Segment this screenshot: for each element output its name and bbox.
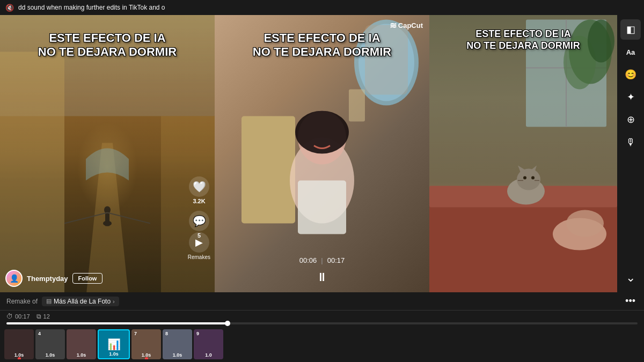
timeline-clip-1[interactable]: 1.0s [4, 329, 34, 359]
clip-3-duration: 1.0s [77, 352, 86, 358]
bottom-bar: Remake of ▤ Más Allá de La Foto › ••• ⏱ … [0, 292, 644, 362]
left-video-title: ESTE EFECTO DE IA NO TE DEJARA DORMIR [0, 31, 215, 60]
current-time: 00:06 [299, 256, 317, 264]
clips-count: 12 [43, 313, 50, 320]
sidebar-mic-button[interactable]: 🎙 [620, 132, 641, 152]
clip-5-number: 7 [134, 331, 137, 336]
right-video-title: ESTE EFECTO DE IA NO TE DEJARA DORMIR [429, 28, 617, 51]
timeline: 1.0s 4 1.0s 1.0s 📊 1.0s 7 1.0s 8 1.0s [0, 327, 644, 362]
timeline-clip-3[interactable]: 1.0s [67, 329, 96, 359]
svg-point-28 [566, 210, 604, 237]
top-bar: 🔇 dd sound when making further edits in … [0, 0, 644, 15]
remakes-icon: ▶ [189, 232, 209, 253]
capcut-text: CapCut [398, 21, 423, 29]
left-video-panel: ESTE EFECTO DE IA NO TE DEJARA DORMIR 🤍 … [0, 15, 215, 292]
svg-point-30 [517, 169, 540, 190]
more-options-button[interactable]: ••• [623, 295, 638, 307]
center-video-panel: ≋ CapCut ESTE EFECTO DE IA NO TE DEJARA … [215, 15, 429, 292]
svg-rect-11 [241, 116, 295, 224]
svg-point-33 [523, 176, 526, 180]
clip-2-duration: 1.0s [46, 352, 55, 358]
bottom-info-row: ⏱ 00:17 ⧉ 12 [0, 311, 644, 322]
svg-rect-1 [0, 52, 64, 293]
sidebar-effects-button[interactable]: ✦ [620, 87, 641, 107]
timeline-clip-2[interactable]: 4 1.0s [35, 329, 65, 359]
center-video: ≋ CapCut ESTE EFECTO DE IA NO TE DEJARA … [215, 15, 429, 292]
sidebar-panel-toggle[interactable]: ◧ [620, 19, 641, 40]
username: Themptyday [27, 275, 68, 283]
timeline-clip-6[interactable]: 8 1.0s [163, 329, 192, 359]
main-area: ESTE EFECTO DE IA NO TE DEJARA DORMIR 🤍 … [0, 15, 644, 292]
avatar[interactable]: 👤 [5, 270, 23, 287]
clip-7-number: 9 [196, 331, 199, 336]
svg-point-14 [295, 111, 349, 154]
comment-icon: 💬 [189, 211, 209, 231]
play-pause-button[interactable]: ⏸ [312, 268, 332, 287]
svg-point-5 [104, 206, 111, 214]
sidebar-chevron-down[interactable]: ⌄ [620, 268, 641, 288]
action-buttons: 🤍 3.2K 💬 5 [189, 176, 209, 239]
remake-of-label: Remake of [6, 298, 38, 305]
scrubber-thumb[interactable] [225, 321, 230, 326]
clip-5-dot [145, 357, 148, 359]
follow-button[interactable]: Follow [72, 273, 103, 284]
svg-rect-15 [298, 181, 346, 234]
timeline-clip-7[interactable]: 9 1.0 [194, 329, 223, 359]
svg-rect-16 [349, 90, 365, 122]
sidebar-emoji-button[interactable]: 😊 [620, 64, 641, 85]
scrubber-bar[interactable] [6, 322, 638, 324]
clip-4-duration: 1.0s [109, 351, 119, 357]
center-video-title: ESTE EFECTO DE IA NO TE DEJARA DORMIR [215, 31, 429, 60]
time-separator: | [321, 256, 323, 264]
time-row: 00:06 | 00:17 [299, 256, 345, 264]
svg-rect-4 [105, 213, 109, 226]
clip-2-number: 4 [38, 331, 41, 336]
template-icon: ▤ [46, 298, 52, 305]
clip-6-duration: 1.0s [173, 352, 182, 358]
bottom-top-row: Remake of ▤ Más Allá de La Foto › ••• [0, 292, 644, 311]
clip-1-dot [18, 357, 21, 359]
svg-point-34 [531, 176, 535, 180]
remakes-label: Remakes [188, 254, 210, 260]
clock-icon: ⏱ [6, 313, 13, 320]
template-name-text: Más Allá de La Foto [54, 298, 111, 305]
sidebar-font-button[interactable]: Aa [620, 42, 641, 62]
top-bar-text: dd sound when making further edits in Ti… [18, 4, 639, 11]
chevron-right-icon: › [113, 298, 115, 305]
timeline-clip-5[interactable]: 7 1.0s [131, 329, 161, 359]
heart-icon: 🤍 [189, 176, 209, 197]
template-name-button[interactable]: ▤ Más Allá de La Foto › [42, 297, 119, 306]
playback-controls: 00:06 | 00:17 ⏸ [215, 256, 429, 287]
user-info: 👤 Themptyday Follow [5, 270, 103, 287]
total-time: 00:17 [327, 256, 345, 264]
capcut-logo: ≋ CapCut [390, 20, 423, 31]
duration-badge: ⏱ 00:17 [6, 313, 30, 320]
sidebar-layers-button[interactable]: ⊕ [620, 109, 641, 130]
sound-icon: 🔇 [5, 4, 14, 12]
like-count: 3.2K [193, 198, 205, 204]
scrubber-fill [6, 322, 228, 324]
like-button[interactable]: 🤍 3.2K [189, 176, 209, 204]
right-scene-svg [429, 15, 617, 292]
clips-badge: ⧉ 12 [36, 313, 50, 320]
capcut-icon: ≋ [390, 20, 397, 31]
clip-7-duration: 1.0 [205, 352, 212, 358]
clip-6-number: 8 [165, 331, 168, 336]
clips-icon: ⧉ [36, 313, 41, 320]
timeline-clip-4-active[interactable]: 📊 1.0s [98, 329, 130, 359]
right-sidebar: ◧ Aa 😊 ✦ ⊕ 🎙 ⌄ [617, 15, 644, 292]
duration-text: 00:17 [15, 313, 30, 320]
remakes-button[interactable]: ▶ Remakes [188, 232, 210, 260]
right-video-panel: ESTE EFECTO DE IA NO TE DEJARA DORMIR [429, 15, 617, 292]
